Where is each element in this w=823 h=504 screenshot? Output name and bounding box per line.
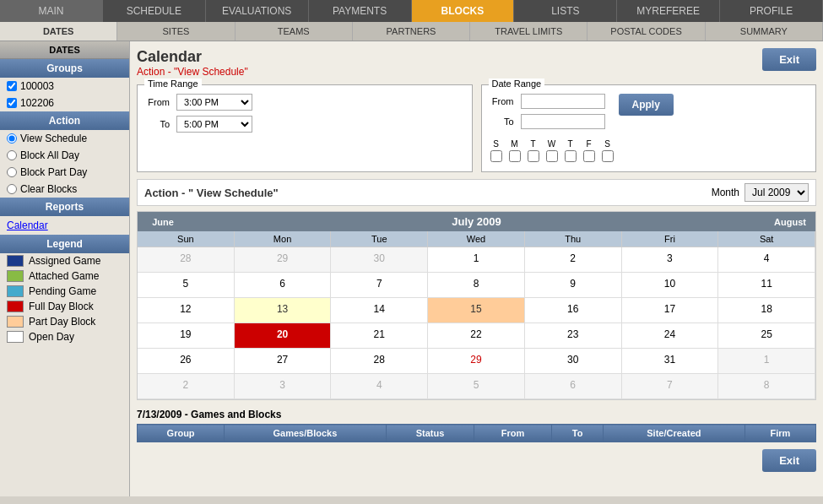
top-nav-item-payments[interactable]: PAYMENTS bbox=[309, 0, 412, 22]
exit-button-bottom[interactable]: Exit bbox=[762, 449, 816, 472]
cal-cell[interactable]: 13 bbox=[235, 298, 332, 323]
cal-cell[interactable]: 6 bbox=[235, 273, 332, 298]
cal-cell[interactable]: 22 bbox=[428, 323, 525, 349]
cal-cell[interactable]: 25 bbox=[718, 323, 815, 349]
sub-nav-item-travel-limits[interactable]: TRAVEL LIMITS bbox=[470, 22, 587, 41]
cal-cell[interactable]: 4 bbox=[718, 247, 815, 273]
sub-nav-item-dates[interactable]: DATES bbox=[0, 22, 117, 41]
action-radio-Clear Blocks[interactable] bbox=[7, 184, 17, 194]
top-nav-item-lists[interactable]: LISTS bbox=[514, 0, 617, 22]
cal-cell[interactable]: 31 bbox=[622, 349, 719, 374]
day-checkbox-0[interactable] bbox=[490, 150, 502, 162]
apply-button[interactable]: Apply bbox=[619, 94, 674, 116]
day-checkbox-4[interactable] bbox=[565, 150, 577, 162]
legend-color-swatch bbox=[7, 270, 24, 282]
cal-cell[interactable]: 23 bbox=[525, 323, 622, 349]
top-nav-item-myreferee[interactable]: MYREFEREE bbox=[617, 0, 720, 22]
prev-month[interactable]: June bbox=[138, 215, 188, 228]
cal-cell[interactable]: 28 bbox=[138, 247, 235, 273]
cal-cell[interactable]: 19 bbox=[138, 323, 235, 349]
cal-cell[interactable]: 5 bbox=[138, 273, 235, 298]
group-checkbox-100003[interactable] bbox=[7, 81, 17, 91]
month-select[interactable]: Jul 2009 bbox=[744, 183, 809, 202]
day-label-1: M bbox=[507, 139, 522, 149]
cal-cell[interactable]: 2 bbox=[525, 247, 622, 273]
cal-cell[interactable]: 1 bbox=[428, 247, 525, 273]
cal-cell[interactable]: 7 bbox=[622, 374, 719, 399]
cal-cell[interactable]: 10 bbox=[622, 273, 719, 298]
top-nav-item-blocks[interactable]: BLOCKS bbox=[412, 0, 515, 22]
cal-cell[interactable]: 14 bbox=[331, 298, 428, 323]
cal-cell[interactable]: 8 bbox=[428, 273, 525, 298]
cal-cell[interactable]: 28 bbox=[331, 349, 428, 374]
top-nav-item-schedule[interactable]: SCHEDULE bbox=[103, 0, 206, 22]
action-header: Action bbox=[0, 111, 129, 130]
action-view-schedule[interactable]: View Schedule bbox=[0, 130, 129, 147]
calendar-day-headers: SunMonTueWedThuFriSat bbox=[138, 231, 815, 247]
cal-cell[interactable]: 4 bbox=[331, 374, 428, 399]
sub-nav-item-postal-codes[interactable]: POSTAL CODES bbox=[587, 22, 705, 41]
calendar-link[interactable]: Calendar bbox=[0, 216, 129, 235]
cal-cell[interactable]: 26 bbox=[138, 349, 235, 374]
date-to-input[interactable] bbox=[521, 114, 605, 129]
top-nav-item-evaluations[interactable]: EVALUATIONS bbox=[206, 0, 309, 22]
action-radio-Block All Day[interactable] bbox=[7, 150, 17, 160]
sub-nav-item-sites[interactable]: SITES bbox=[117, 22, 235, 41]
action-block-part-day[interactable]: Block Part Day bbox=[0, 164, 129, 181]
cal-cell[interactable]: 3 bbox=[622, 247, 719, 273]
dates-button[interactable]: DATES bbox=[0, 41, 129, 59]
cal-cell[interactable]: 11 bbox=[718, 273, 815, 298]
cal-cell[interactable]: 12 bbox=[138, 298, 235, 323]
cal-cell[interactable]: 3 bbox=[235, 374, 332, 399]
cal-cell[interactable]: 30 bbox=[525, 349, 622, 374]
action-label: Block Part Day bbox=[20, 166, 87, 178]
cal-cell[interactable]: 17 bbox=[622, 298, 719, 323]
sub-nav-item-teams[interactable]: TEAMS bbox=[236, 22, 353, 41]
top-navigation: MAINSCHEDULEEVALUATIONSPAYMENTSBLOCKSLIS… bbox=[0, 0, 823, 22]
cal-cell[interactable]: 18 bbox=[718, 298, 815, 323]
day-checkbox-5[interactable] bbox=[583, 150, 595, 162]
next-month[interactable]: August bbox=[765, 215, 815, 228]
date-range-label: Date Range bbox=[489, 79, 545, 89]
top-nav-item-main[interactable]: MAIN bbox=[0, 0, 103, 22]
day-checkbox-2[interactable] bbox=[528, 150, 539, 162]
group-label-102206: 102206 bbox=[20, 97, 54, 109]
sub-nav-item-summary[interactable]: SUMMARY bbox=[706, 22, 823, 41]
cal-cell[interactable]: 21 bbox=[331, 323, 428, 349]
cal-cell[interactable]: 27 bbox=[235, 349, 332, 374]
action-radio-Block Part Day[interactable] bbox=[7, 167, 17, 177]
action-radio-View Schedule[interactable] bbox=[7, 133, 17, 144]
cal-cell[interactable]: 20 bbox=[235, 323, 332, 349]
col-header-firm: Firm bbox=[744, 425, 815, 442]
day-checkbox-3[interactable] bbox=[546, 150, 558, 162]
cal-cell[interactable]: 29 bbox=[428, 349, 525, 374]
action-block-all-day[interactable]: Block All Day bbox=[0, 147, 129, 164]
calendar: June July 2009 August SunMonTueWedThuFri… bbox=[137, 211, 816, 400]
cal-cell[interactable]: 8 bbox=[718, 374, 815, 399]
cal-cell[interactable]: 5 bbox=[428, 374, 525, 399]
time-from-select[interactable]: 3:00 PM bbox=[176, 94, 252, 111]
day-checkbox-1[interactable] bbox=[509, 150, 521, 162]
group-checkbox-102206[interactable] bbox=[7, 98, 17, 108]
cal-cell[interactable]: 29 bbox=[235, 247, 332, 273]
sub-nav-item-partners[interactable]: PARTNERS bbox=[353, 22, 470, 41]
cal-cell[interactable]: 1 bbox=[718, 349, 815, 374]
cal-cell[interactable]: 16 bbox=[525, 298, 622, 323]
cal-cell[interactable]: 30 bbox=[331, 247, 428, 273]
time-to-select[interactable]: 5:00 PM bbox=[176, 116, 252, 133]
cal-cell[interactable]: 15 bbox=[428, 298, 525, 323]
exit-button-top[interactable]: Exit bbox=[762, 48, 816, 71]
date-from-input[interactable] bbox=[521, 94, 605, 109]
action-clear-blocks[interactable]: Clear Blocks bbox=[0, 181, 129, 198]
cal-cell[interactable]: 2 bbox=[138, 374, 235, 399]
cal-cell[interactable]: 24 bbox=[622, 323, 719, 349]
cal-cell[interactable]: 9 bbox=[525, 273, 622, 298]
games-table: GroupGames/BlocksStatusFromToSite/Create… bbox=[137, 424, 816, 442]
legend-item-assigned-game: Assigned Game bbox=[0, 253, 129, 268]
cal-cell[interactable]: 7 bbox=[331, 273, 428, 298]
day-checkbox-6[interactable] bbox=[602, 150, 614, 162]
time-to-label: To bbox=[144, 119, 170, 129]
cal-cell[interactable]: 6 bbox=[525, 374, 622, 399]
day-label-2: T bbox=[526, 139, 541, 149]
top-nav-item-profile[interactable]: PROFILE bbox=[720, 0, 823, 22]
